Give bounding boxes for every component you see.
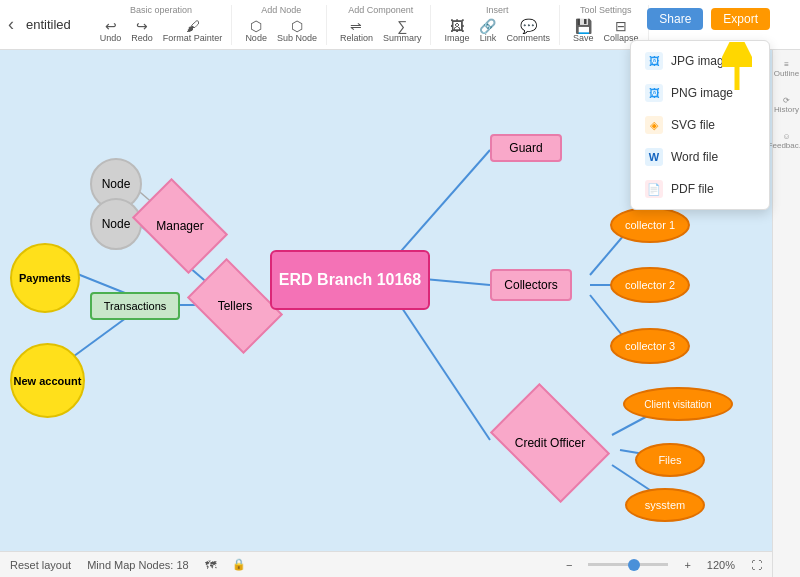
section-label-basic: Basic operation: [130, 5, 192, 15]
collector2-node[interactable]: collector 2: [610, 267, 690, 303]
guard-node[interactable]: Guard: [490, 134, 562, 162]
map-icon: 🗺: [205, 559, 216, 571]
client-visitation-node[interactable]: Client visitation: [623, 387, 733, 421]
sidebar-item-feedback[interactable]: ☺ Feedbac...: [768, 132, 800, 150]
collectors-node[interactable]: Collectors: [490, 269, 572, 301]
relation-button[interactable]: ⇌Relation: [337, 17, 376, 45]
export-button[interactable]: Export: [711, 8, 770, 30]
files-node[interactable]: Files: [635, 443, 705, 477]
new-account-node[interactable]: New account: [10, 343, 85, 418]
summary-button[interactable]: ∑Summary: [380, 17, 425, 45]
sysstem-node[interactable]: sysstem: [625, 488, 705, 522]
zoom-slider[interactable]: [588, 563, 668, 566]
zoom-level: 120%: [707, 559, 735, 571]
main-erd-node[interactable]: ERD Branch 10168: [270, 250, 430, 310]
arrow-indicator: [722, 42, 752, 96]
add-node-button[interactable]: ⬡Node: [242, 17, 270, 45]
collector1-node[interactable]: collector 1: [610, 207, 690, 243]
collector3-node[interactable]: collector 3: [610, 328, 690, 364]
format-painter-button[interactable]: 🖌Format Painter: [160, 17, 226, 45]
add-subnode-button[interactable]: ⬡Sub Node: [274, 17, 320, 45]
comments-button[interactable]: 💬Comments: [503, 17, 553, 45]
export-word-item[interactable]: W Word file: [631, 141, 769, 173]
section-label-toolset: Tool Settings: [580, 5, 632, 15]
sidebar-item-outline[interactable]: ≡ Outline: [774, 60, 799, 78]
section-label-insert: Insert: [486, 5, 509, 15]
back-button[interactable]: ‹: [8, 14, 14, 35]
fullscreen-icon[interactable]: ⛶: [751, 559, 762, 571]
bottom-bar: Reset layout Mind Map Nodes: 18 🗺 🔒 − + …: [0, 551, 772, 577]
right-sidebar: ≡ Outline ⟳ History ☺ Feedbac...: [772, 50, 800, 577]
sidebar-item-history[interactable]: ⟳ History: [774, 96, 799, 114]
share-button[interactable]: Share: [647, 8, 703, 30]
top-right-buttons: Share Export: [647, 8, 770, 30]
redo-button[interactable]: ↪Redo: [128, 17, 156, 45]
payments-node[interactable]: Payments: [10, 243, 80, 313]
pdf-icon: 📄: [645, 180, 663, 198]
export-svg-item[interactable]: ◈ SVG file: [631, 109, 769, 141]
link-button[interactable]: 🔗Link: [476, 17, 499, 45]
tool-settings-section: Tool Settings 💾Save ⊟Collapse: [564, 5, 649, 45]
credit-officer-node[interactable]: Credit Officer: [500, 408, 600, 478]
node-circle-2[interactable]: Node: [90, 198, 142, 250]
nodes-count: Mind Map Nodes: 18: [87, 559, 189, 571]
basic-operation-section: Basic operation ↩Undo ↪Redo 🖌Format Pain…: [91, 5, 233, 45]
reset-layout[interactable]: Reset layout: [10, 559, 71, 571]
add-node-section: Add Node ⬡Node ⬡Sub Node: [236, 5, 327, 45]
jpg-icon: 🖼: [645, 52, 663, 70]
png-icon: 🖼: [645, 84, 663, 102]
save-button[interactable]: 💾Save: [570, 17, 597, 45]
doc-title: entitiled: [26, 17, 71, 32]
undo-button[interactable]: ↩Undo: [97, 17, 125, 45]
add-component-section: Add Component ⇌Relation ∑Summary: [331, 5, 432, 45]
section-label-addnode: Add Node: [261, 5, 301, 15]
tellers-node[interactable]: Tellers: [195, 278, 275, 334]
manager-node[interactable]: Manager: [140, 198, 220, 254]
insert-section: Insert 🖼Image 🔗Link 💬Comments: [435, 5, 560, 45]
svg-icon: ◈: [645, 116, 663, 134]
export-pdf-item[interactable]: 📄 PDF file: [631, 173, 769, 205]
zoom-in-icon[interactable]: +: [684, 559, 690, 571]
transactions-node[interactable]: Transactions: [90, 292, 180, 320]
image-button[interactable]: 🖼Image: [441, 17, 472, 45]
lock-icon: 🔒: [232, 558, 246, 571]
word-icon: W: [645, 148, 663, 166]
zoom-out-icon[interactable]: −: [566, 559, 572, 571]
section-label-addcomp: Add Component: [348, 5, 413, 15]
